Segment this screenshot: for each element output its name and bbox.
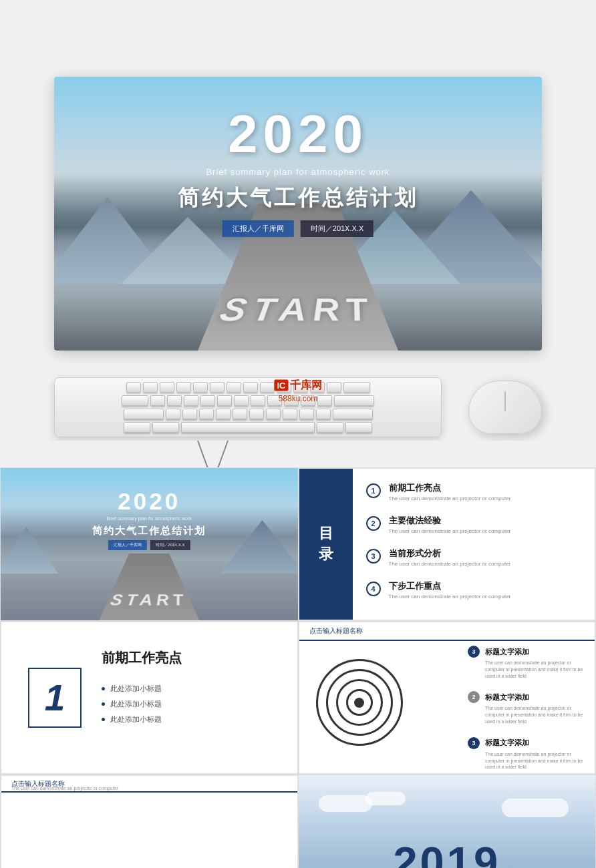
grid-toc[interactable]: 目 录 1 前期工作亮点 The user can demonstrate an… (298, 467, 597, 621)
grid-highlight[interactable]: 1 前期工作亮点 此处添加小标题 此处添加小标题 (0, 621, 298, 775)
key (124, 409, 164, 419)
bullet-item-3: 此处添加小标题 (102, 714, 284, 724)
toc-label: 目 录 (319, 523, 333, 565)
key (210, 382, 225, 393)
key (267, 395, 282, 406)
target-items: 3 标题文字添加 The user can demonstrate an pro… (468, 646, 588, 775)
target-graphic (313, 656, 406, 749)
mini-year: 2020 (118, 488, 180, 515)
toc-sub-4: The user can demonstrate an projector or… (389, 594, 511, 600)
bottom-row: 点击输入标题名称 The user can demonstrate an pro… (0, 775, 596, 868)
key-row-1 (60, 382, 436, 393)
grid-mini-main[interactable]: 2020 Brief summary plan for atmospheric … (0, 467, 298, 621)
toc-bar: 目 录 (299, 469, 353, 620)
key (199, 409, 214, 419)
toc-item-1: 1 前期工作亮点 The user can demonstrate an pro… (366, 482, 589, 501)
key-enter (334, 395, 374, 406)
target-badge-3: 3 (468, 737, 480, 749)
year-2019: 2019 (393, 837, 500, 868)
target-item-1-title: 标题文字添加 (485, 647, 529, 657)
key (143, 382, 158, 393)
highlight-title: 前期工作亮点 (102, 649, 284, 667)
keyboard (54, 377, 442, 437)
toc-sub-2: The user can demonstrate an projector or… (389, 528, 511, 534)
toc-title-2: 主要做法经验 (389, 515, 511, 527)
toc-item-3: 3 当前形式分析 The user can demonstrate an pro… (366, 548, 589, 567)
target-item-2-header: 2 标题文字添加 (468, 691, 588, 703)
target-header-bar: 点击输入标题名称 (299, 622, 595, 641)
key (316, 409, 331, 419)
start-text: START (215, 292, 381, 329)
mini-tag1: 汇报人／千库网 (108, 540, 147, 550)
cloud-2 (365, 792, 406, 805)
key (327, 382, 341, 393)
target-item-3: 3 标题文字添加 The user can demonstrate an pro… (468, 737, 588, 771)
target-item-3-header: 3 标题文字添加 (468, 737, 588, 749)
key-wide (343, 382, 370, 393)
mouse (468, 381, 542, 434)
key (217, 395, 232, 406)
key (150, 395, 165, 406)
mini-title: 简约大气工作总结计划 (92, 525, 206, 537)
key-row-3 (60, 409, 436, 419)
clouds (299, 789, 596, 829)
key (160, 382, 174, 393)
grid-bottom-right[interactable]: 2019 Thank you for watching (298, 775, 597, 868)
main-slide: 2020 Brief summary plan for atmospheric … (54, 77, 542, 351)
target-item-2: 2 标题文字添加 The user can demonstrate an pro… (468, 691, 588, 724)
key (200, 395, 215, 406)
target-item-2-text: The user can demonstrate an projector or… (485, 705, 588, 724)
toc-content-4: 下步工作重点 The user can demonstrate an proje… (389, 580, 511, 600)
toc-content-1: 前期工作亮点 The user can demonstrate an proje… (389, 482, 511, 501)
big-number: 1 (28, 668, 82, 728)
bottom-left-title: 点击输入标题名称 (11, 779, 65, 789)
toc-title-4: 下步工作重点 (389, 580, 511, 592)
toc-content-3: 当前形式分析 The user can demonstrate an proje… (389, 548, 511, 567)
mini-info-bar: 汇报人／千库网 时间／201X.X.X (108, 540, 190, 550)
key (249, 409, 264, 419)
target-item-1: 3 标题文字添加 The user can demonstrate an pro… (468, 646, 588, 679)
diag-line-left (197, 441, 208, 469)
slide-year: 2020 (228, 103, 368, 165)
keyboard-section (0, 371, 596, 441)
toc-title-1: 前期工作亮点 (389, 482, 511, 494)
diagonal-connector (0, 441, 596, 467)
slide-info-bar: 汇报人／千库网 时间／201X.X.X (222, 220, 374, 237)
key (124, 422, 150, 433)
toc-sub-1: The user can demonstrate an projector or… (389, 495, 511, 501)
bottom-left-header: 点击输入标题名称 (1, 776, 297, 793)
key (301, 395, 315, 406)
key (293, 382, 308, 393)
grid-target[interactable]: 点击输入标题名称 3 标题文字添加 (298, 621, 597, 775)
mini-start: START (108, 591, 190, 610)
target-item-1-text: The user can demonstrate an projector or… (485, 660, 588, 679)
key (152, 422, 179, 433)
key (299, 409, 314, 419)
key (122, 395, 148, 406)
key (277, 382, 291, 393)
key (216, 409, 231, 419)
tag-date: 时间／201X.X.X (301, 220, 374, 237)
cloud-1 (319, 795, 372, 812)
target-item-3-title: 标题文字添加 (485, 738, 529, 748)
top-row: 2020 Brief summary plan for atmospheric … (0, 467, 596, 621)
key (283, 409, 297, 419)
diag-line-right (217, 441, 229, 469)
key (317, 395, 332, 406)
key (193, 382, 208, 393)
key (310, 382, 325, 393)
grid-bottom-left[interactable]: 点击输入标题名称 The user can demonstrate an pro… (0, 775, 298, 868)
key (260, 382, 275, 393)
target-header-title: 点击输入标题名称 (309, 626, 363, 636)
bullet-item-2: 此处添加小标题 (102, 699, 284, 709)
key (182, 409, 197, 419)
key (284, 395, 299, 406)
key (126, 382, 141, 393)
toc-title-3: 当前形式分析 (389, 548, 511, 560)
key (234, 395, 249, 406)
toc-num-4: 4 (366, 582, 381, 596)
key-row-2 (60, 395, 436, 406)
toc-content-2: 主要做法经验 The user can demonstrate an proje… (389, 515, 511, 534)
key (233, 409, 247, 419)
slides-grid: 2020 Brief summary plan for atmospheric … (0, 467, 596, 868)
